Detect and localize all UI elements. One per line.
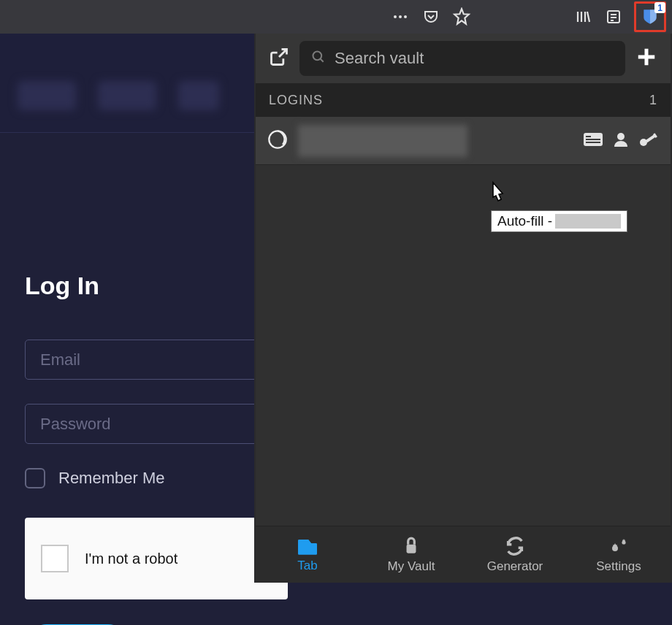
popup-tabbar: Tab My Vault Generator Settings (256, 526, 671, 583)
tab-generator-label: Generator (487, 559, 543, 574)
star-icon[interactable] (451, 7, 472, 27)
login-entry-name (298, 125, 467, 157)
svg-point-0 (394, 15, 397, 18)
tab-tab-label: Tab (297, 559, 317, 573)
svg-rect-18 (586, 139, 600, 140)
remember-me-checkbox[interactable] (25, 468, 45, 488)
search-icon (311, 50, 326, 67)
user-icon[interactable] (612, 131, 630, 151)
tab-my-vault-label: My Vault (388, 559, 435, 574)
tab-settings[interactable]: Settings (567, 526, 671, 583)
svg-point-15 (269, 131, 286, 147)
reader-icon[interactable] (603, 7, 624, 27)
recaptcha-checkbox[interactable] (41, 545, 69, 572)
svg-point-20 (617, 133, 625, 140)
tab-tab[interactable]: Tab (256, 526, 359, 583)
tooltip-text: Auto-fill - (497, 213, 552, 229)
recaptcha-label: I'm not a robot (85, 551, 177, 567)
svg-rect-17 (586, 136, 591, 137)
tab-settings-label: Settings (596, 559, 641, 574)
svg-rect-14 (638, 55, 655, 59)
pocket-icon[interactable] (421, 7, 441, 27)
view-item-icon[interactable] (583, 131, 603, 151)
logins-section-header: LOGINS 1 (256, 83, 671, 117)
svg-point-2 (404, 15, 407, 18)
svg-line-6 (587, 12, 589, 22)
svg-line-12 (321, 59, 324, 62)
search-input[interactable]: Search vault (299, 41, 625, 76)
svg-point-21 (640, 139, 647, 146)
library-icon[interactable] (573, 7, 593, 27)
bitwarden-popup: Search vault LOGINS 1 Auto-fil (254, 34, 672, 583)
logins-section-title: LOGINS (269, 93, 323, 108)
password-placeholder: Password (40, 415, 111, 434)
bitwarden-extension-button[interactable]: 1 (634, 1, 666, 32)
recaptcha[interactable]: I'm not a robot (25, 518, 288, 599)
svg-rect-24 (407, 544, 416, 553)
globe-icon (267, 129, 288, 153)
logins-section-count: 1 (649, 93, 657, 108)
add-item-button[interactable] (635, 46, 657, 71)
svg-point-1 (399, 15, 402, 18)
login-entry[interactable] (256, 117, 671, 165)
email-placeholder: Email (40, 350, 80, 369)
search-placeholder: Search vault (335, 49, 424, 68)
key-icon[interactable] (638, 131, 659, 151)
browser-toolbar: 1 (0, 0, 672, 34)
tab-generator[interactable]: Generator (463, 526, 567, 583)
more-icon[interactable] (390, 7, 411, 27)
extension-badge: 1 (654, 2, 665, 13)
mouse-cursor (486, 181, 508, 209)
svg-point-11 (313, 52, 322, 61)
svg-rect-19 (586, 142, 600, 143)
autofill-tooltip: Auto-fill - (491, 210, 627, 232)
popout-icon[interactable] (269, 47, 289, 70)
popup-header: Search vault (256, 34, 671, 83)
remember-me-label: Remember Me (58, 469, 164, 488)
tab-my-vault[interactable]: My Vault (359, 526, 463, 583)
tooltip-site-redacted (555, 214, 621, 229)
